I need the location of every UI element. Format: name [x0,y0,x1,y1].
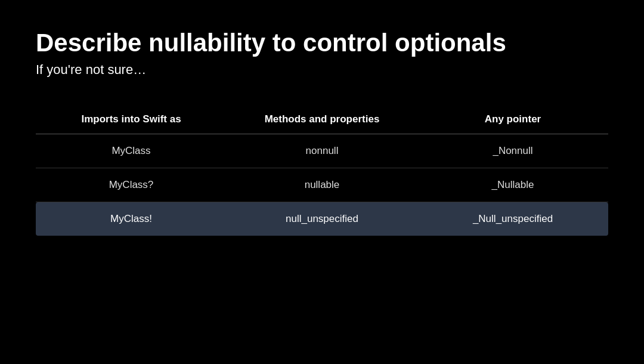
cell-pointer-1: _Nonnull [417,145,608,157]
cell-pointer-3: _Null_unspecified [417,213,608,225]
slide-title: Describe nullability to control optional… [36,29,608,57]
slide: Describe nullability to control optional… [0,0,644,364]
cell-swift-type-2: MyClass? [36,179,227,191]
cell-swift-type-1: MyClass [36,145,227,157]
cell-swift-type-3: MyClass! [36,213,227,225]
table-header: Imports into Swift as Methods and proper… [36,107,608,134]
cell-method-2: nullable [227,179,417,191]
cell-method-3: null_unspecified [227,213,417,225]
cell-pointer-2: _Nullable [417,179,608,191]
table-body: MyClass nonnull _Nonnull MyClass? nullab… [36,134,608,236]
cell-method-1: nonnull [227,145,417,157]
table-row: MyClass? nullable _Nullable [36,168,608,202]
table-row-highlighted: MyClass! null_unspecified _Null_unspecif… [36,202,608,236]
slide-subtitle: If you're not sure… [36,62,608,78]
header-methods-properties: Methods and properties [227,113,417,125]
header-any-pointer: Any pointer [417,113,608,125]
header-imports-into-swift: Imports into Swift as [36,113,227,125]
table-row: MyClass nonnull _Nonnull [36,134,608,168]
nullability-table: Imports into Swift as Methods and proper… [36,107,608,236]
